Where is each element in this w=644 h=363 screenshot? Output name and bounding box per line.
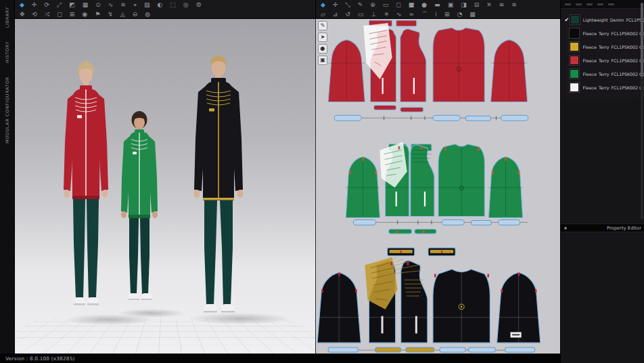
texture-paint-tool-icon[interactable]: ✎ xyxy=(318,21,327,30)
red-front-right[interactable] xyxy=(400,29,426,102)
tab-history[interactable]: HISTORY xyxy=(5,41,10,63)
pointer-tool-icon[interactable]: ➤ xyxy=(318,33,327,42)
scrollbar-thumb[interactable] xyxy=(641,3,643,77)
strip-tool-icon[interactable]: ▭ xyxy=(358,9,364,19)
notch-tool-icon[interactable]: ◨ xyxy=(461,0,467,9)
cut-tool-icon[interactable]: ✕ xyxy=(486,0,492,9)
align-tool-icon[interactable]: ≡ xyxy=(499,0,505,9)
avatar-display-icon[interactable]: ✥ xyxy=(20,9,25,19)
measure-tool-icon[interactable]: ⌖ xyxy=(133,0,137,9)
flare-tool-icon[interactable]: ✳ xyxy=(384,9,389,19)
circle-tool-icon[interactable]: ● xyxy=(421,0,427,9)
add-point-tool-icon[interactable]: ✎ xyxy=(358,0,363,9)
polygon-tool-icon[interactable]: ◻ xyxy=(396,0,400,9)
pleat-tool-icon[interactable]: ⊥ xyxy=(371,9,377,19)
panel-tab[interactable] xyxy=(586,3,593,5)
red-pocket-welt[interactable] xyxy=(373,105,396,110)
segment-sewing-tool-icon[interactable]: ▱ xyxy=(321,9,325,19)
panel-tab[interactable] xyxy=(597,3,603,5)
bounding-volume-icon[interactable]: ◻ xyxy=(57,9,62,19)
pattern-group-black[interactable] xyxy=(317,248,540,343)
trace-tool-icon[interactable]: ▬ xyxy=(434,0,440,9)
collapse-icon[interactable] xyxy=(564,227,567,230)
arrange-tool-icon[interactable]: ▦ xyxy=(83,0,89,9)
symmetry-tool-icon[interactable]: ⊞ xyxy=(444,9,450,19)
panel-scrollbar[interactable] xyxy=(641,3,643,219)
quality-toggle-icon[interactable]: ◍ xyxy=(145,9,150,19)
dart-tool-icon[interactable]: ■ xyxy=(409,0,415,9)
fabric-list-item[interactable]: ✔Lightweight_Denim_FCL1PSD002 xyxy=(561,13,644,26)
dark-view-toggle-icon[interactable]: ● xyxy=(318,44,327,54)
free-sewing-tool-icon[interactable]: ≋ xyxy=(120,0,126,9)
pattern-canvas[interactable] xyxy=(316,19,561,354)
green-pocket-slit xyxy=(396,192,397,207)
shading-toggle-icon[interactable]: ◐ xyxy=(157,0,162,9)
move-tool-icon[interactable]: ✛ xyxy=(32,0,37,9)
basting-tool-icon[interactable]: ⁞ xyxy=(435,9,437,19)
print-layout-tool-icon[interactable]: ▦ xyxy=(469,9,476,19)
grid-toggle-icon[interactable]: ⊞ xyxy=(70,9,75,19)
black-strip-pieces[interactable] xyxy=(328,347,535,352)
panel-tab[interactable] xyxy=(576,3,582,5)
fabric-list-item[interactable]: Fleece_Terry_FCL1PSK002 Copy 3 xyxy=(561,40,644,54)
free-sewing-tool-2d-icon[interactable]: ⊿ xyxy=(333,9,338,19)
add-curve-tool-icon[interactable]: ⊕ xyxy=(370,0,375,9)
property-editor-bar[interactable]: Property Editor xyxy=(561,223,644,232)
edit-curve-tool-icon[interactable]: ⤡ xyxy=(345,0,350,9)
fabric-swatch[interactable] xyxy=(570,15,580,24)
physics-toggle-icon[interactable]: ↯ xyxy=(108,9,113,19)
grade-tool-icon[interactable]: ≋ xyxy=(511,0,517,9)
elastic-tool-icon[interactable]: ∿ xyxy=(396,9,402,19)
fabric-tool-icon[interactable]: ▨ xyxy=(144,0,150,9)
fabric-swatch[interactable] xyxy=(570,83,579,92)
avatar-female[interactable] xyxy=(55,60,116,320)
gizmo-toggle-icon[interactable]: ◉ xyxy=(82,9,87,19)
fold-tool-icon[interactable]: ⊟ xyxy=(474,0,480,9)
render-tool-icon[interactable]: ◎ xyxy=(183,0,189,9)
remove-tool-icon[interactable]: ⊖ xyxy=(133,9,138,19)
fabric-swatch[interactable] xyxy=(570,69,579,79)
panel-tab[interactable] xyxy=(608,3,614,5)
arrangement-points-icon[interactable]: ⤨ xyxy=(45,9,49,19)
seam-allowance-tool-icon[interactable]: ▣ xyxy=(448,0,454,9)
green-front-right[interactable] xyxy=(411,145,434,217)
mesh-toggle-icon[interactable]: ◬ xyxy=(120,9,125,19)
black-front-right[interactable] xyxy=(401,261,428,343)
viewport-3d[interactable] xyxy=(15,19,315,354)
wireframe-toggle-icon[interactable]: ⬚ xyxy=(170,0,176,9)
unsew-tool-icon[interactable]: ↺ xyxy=(345,9,350,19)
sewing-tool-icon[interactable]: ∿ xyxy=(108,0,114,9)
reset-pose-tool-icon[interactable]: ⟲ xyxy=(32,9,38,19)
panel-2d[interactable]: ✎➤●▣ xyxy=(315,19,560,354)
shirring-tool-icon[interactable]: ≈ xyxy=(409,9,414,19)
scale-tool-icon[interactable]: ⤢ xyxy=(57,0,62,9)
pattern-group-red[interactable] xyxy=(328,20,528,112)
fabric-list-item[interactable]: Fleece_Terry_FCL1PSK002 Copy 6 xyxy=(561,81,644,94)
avatar-tool-icon[interactable]: ◩ xyxy=(69,0,75,9)
panel-tab[interactable] xyxy=(565,3,571,5)
black-brand-label xyxy=(511,332,522,337)
fabric-swatch[interactable] xyxy=(570,42,579,51)
edit-pattern-tool-icon[interactable]: ✛ xyxy=(333,0,338,9)
green-zipper-tape[interactable] xyxy=(389,229,412,234)
flag-marker-icon[interactable]: ⚑ xyxy=(95,9,100,19)
fabric-list-item[interactable]: Fleece_Terry_FCL1PSK002 Copy 4 xyxy=(561,54,644,67)
rotate-view-tool-icon[interactable]: ⟳ xyxy=(44,0,49,9)
transform-tool-icon[interactable]: ◆ xyxy=(321,0,325,9)
tab-library[interactable]: LIBRARY xyxy=(5,7,10,28)
pin-tool-icon[interactable]: ⊙ xyxy=(95,0,101,9)
fabric-swatch[interactable] xyxy=(570,56,579,65)
select-tool-icon[interactable]: ◆ xyxy=(20,0,24,9)
sync-view-toggle-icon[interactable]: ▣ xyxy=(318,56,327,65)
fabric-list-item[interactable]: Fleece_Terry_FCL1PSK002 Copy 5 xyxy=(561,67,644,81)
piping-tool-icon[interactable]: ⌒ xyxy=(421,9,428,19)
texture-editor-tool-icon[interactable]: ◔ xyxy=(457,9,462,19)
avatar-child[interactable] xyxy=(115,108,164,313)
check-icon: ✔ xyxy=(564,17,570,23)
fabric-list-item[interactable]: Fleece_Terry_FCL1PSK002 Copy 2 xyxy=(561,26,644,40)
simulation-settings-icon[interactable]: ⚙ xyxy=(196,0,202,9)
avatar-male[interactable] xyxy=(184,53,253,318)
fabric-swatch[interactable] xyxy=(570,28,579,38)
rectangle-tool-icon[interactable]: ▭ xyxy=(383,0,389,9)
tab-modular-configurator[interactable]: MODULAR CONFIGURATOR xyxy=(5,77,10,144)
